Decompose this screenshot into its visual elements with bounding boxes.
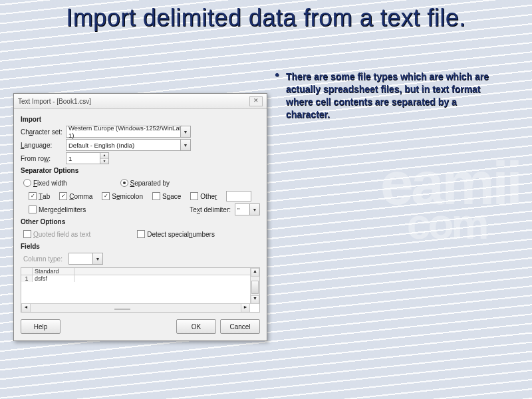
cancel-button[interactable]: Cancel bbox=[220, 319, 260, 334]
column-type-label: Column type: bbox=[23, 255, 68, 263]
other-options-section-header: Other Options bbox=[21, 218, 260, 225]
fromrow-input[interactable]: 1 bbox=[66, 152, 100, 164]
detect-numbers-checkbox[interactable]: Detect special numbers bbox=[137, 230, 215, 238]
help-button[interactable]: Help bbox=[21, 319, 61, 334]
fields-section-header: Fields bbox=[21, 243, 260, 250]
quoted-field-checkbox[interactable]: Quoted field as text bbox=[23, 230, 90, 238]
chevron-down-icon[interactable]: ▼ bbox=[180, 126, 190, 137]
page-title: Import delimited data from a text file. bbox=[0, 0, 532, 31]
other-input[interactable] bbox=[226, 191, 251, 201]
separated-by-radio[interactable]: Separated by bbox=[120, 179, 170, 187]
charset-label: Character set: bbox=[21, 128, 66, 136]
preview-horizontal-scrollbar[interactable]: ◄► bbox=[21, 303, 250, 312]
chevron-down-icon[interactable]: ▼ bbox=[249, 204, 259, 215]
separator-section-header: Separator Options bbox=[21, 167, 260, 174]
preview-column-header[interactable]: Standard bbox=[33, 268, 74, 275]
bullet-icon bbox=[275, 73, 279, 76]
other-checkbox[interactable]: Other bbox=[190, 192, 217, 200]
fields-preview[interactable]: Standard 1 dsfsf ▲▼ ◄► bbox=[21, 267, 260, 313]
fromrow-label: From row: bbox=[21, 155, 66, 162]
preview-cell: dsfsf bbox=[33, 275, 74, 282]
fixed-width-radio[interactable]: Fixed width bbox=[23, 179, 67, 187]
space-checkbox[interactable]: Space bbox=[152, 192, 181, 200]
column-type-combo[interactable]: ▼ bbox=[68, 253, 103, 265]
ok-button[interactable]: OK bbox=[176, 319, 216, 334]
import-section-header: Import bbox=[21, 116, 260, 123]
chevron-down-icon[interactable]: ▼ bbox=[180, 140, 190, 150]
language-combo[interactable]: Default - English (India) ▼ bbox=[66, 139, 191, 151]
text-delimiter-label: Text delimiter: bbox=[190, 206, 231, 213]
semicolon-checkbox[interactable]: Semicolon bbox=[102, 192, 143, 200]
watermark: eamii com bbox=[380, 160, 520, 241]
merge-delimiters-checkbox[interactable]: Merge delimiters bbox=[29, 205, 86, 213]
tab-checkbox[interactable]: Tab bbox=[29, 192, 50, 200]
close-button[interactable]: ✕ bbox=[249, 96, 263, 106]
dialog-titlebar[interactable]: Text Import - [Book1.csv] ✕ bbox=[14, 94, 267, 109]
preview-vertical-scrollbar[interactable]: ▲▼ bbox=[250, 268, 259, 304]
table-row: 1 dsfsf bbox=[21, 275, 259, 282]
comma-checkbox[interactable]: Comma bbox=[59, 192, 92, 200]
slide-body-text: There are some file types which are whic… bbox=[286, 70, 499, 121]
chevron-down-icon[interactable]: ▼ bbox=[92, 253, 102, 264]
text-delimiter-combo[interactable]: " ▼ bbox=[235, 203, 260, 215]
preview-row-number: 1 bbox=[21, 275, 33, 282]
language-label: Language: bbox=[21, 142, 66, 149]
fromrow-spinner[interactable]: ▲▼ bbox=[100, 152, 109, 164]
text-import-dialog: Text Import - [Book1.csv] ✕ Import Chara… bbox=[13, 93, 267, 341]
charset-combo[interactable]: Western Europe (Windows-1252/WinLatin 1)… bbox=[66, 126, 191, 138]
dialog-title: Text Import - [Book1.csv] bbox=[18, 98, 91, 105]
